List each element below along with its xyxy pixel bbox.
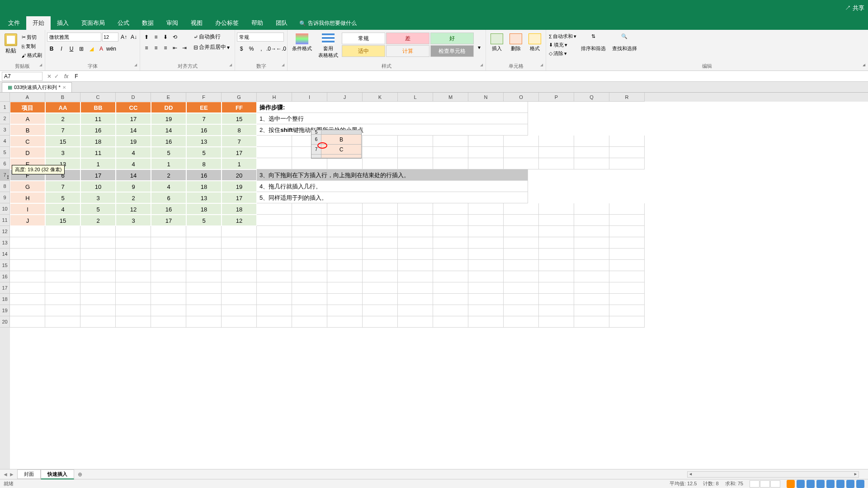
cell-C17[interactable]: [80, 282, 116, 294]
cell-E13[interactable]: [151, 237, 186, 249]
tab-layout[interactable]: 页面布局: [75, 16, 111, 30]
align-left-icon[interactable]: ≡: [142, 43, 151, 52]
cell-K14[interactable]: [363, 249, 398, 260]
cell-P17[interactable]: [539, 282, 574, 294]
cell-R5[interactable]: [609, 147, 645, 158]
cell-G12[interactable]: [222, 226, 257, 237]
paste-button[interactable]: 粘贴: [2, 33, 20, 56]
cell-E18[interactable]: [151, 294, 186, 305]
cell-C15[interactable]: [80, 260, 116, 271]
cell-E11[interactable]: 17: [151, 215, 186, 226]
cell-P19[interactable]: [539, 305, 574, 316]
cell-J13[interactable]: [327, 237, 363, 249]
dec-decimal-icon[interactable]: ←.0: [277, 44, 286, 53]
col-header-A[interactable]: A: [10, 93, 45, 102]
cell-G18[interactable]: [222, 294, 257, 305]
cell-H10[interactable]: [257, 203, 292, 215]
cell-I13[interactable]: [292, 237, 327, 249]
cell-F14[interactable]: [186, 249, 222, 260]
cell-B18[interactable]: [45, 294, 80, 305]
cell-E5[interactable]: 5: [151, 147, 186, 158]
cell-R10[interactable]: [609, 203, 645, 215]
cell-P14[interactable]: [539, 249, 574, 260]
phonetic-button[interactable]: wén: [107, 44, 116, 53]
cell-H17[interactable]: [257, 282, 292, 294]
cell-B1[interactable]: AA: [45, 102, 80, 113]
cell-C10[interactable]: 5: [80, 203, 116, 215]
tell-me-search[interactable]: 🔍 告诉我你想要做什么: [294, 17, 362, 30]
cell-I15[interactable]: [292, 260, 327, 271]
cell-C8[interactable]: 10: [80, 181, 116, 192]
shrink-font-icon[interactable]: A↓: [129, 33, 138, 42]
spreadsheet-grid[interactable]: ABCDEFGHIJKLMNOPQR 123456789101112131415…: [0, 93, 868, 469]
style-neutral[interactable]: 适中: [342, 45, 385, 57]
cell-R20[interactable]: [609, 316, 645, 328]
col-header-R[interactable]: R: [609, 93, 645, 102]
cell-R14[interactable]: [609, 249, 645, 260]
cell-N4[interactable]: [468, 136, 504, 147]
cell-L14[interactable]: [398, 249, 433, 260]
column-headers[interactable]: ABCDEFGHIJKLMNOPQR: [10, 93, 868, 102]
cell-A1[interactable]: 项目: [10, 102, 45, 113]
cell-G19[interactable]: [222, 305, 257, 316]
cell-C7[interactable]: 17: [80, 169, 116, 181]
row-header-12[interactable]: 12: [0, 226, 10, 237]
cell-D20[interactable]: [116, 316, 151, 328]
cell-I14[interactable]: [292, 249, 327, 260]
cell-C12[interactable]: [80, 226, 116, 237]
cell-C20[interactable]: [80, 316, 116, 328]
cell-C11[interactable]: 2: [80, 215, 116, 226]
cell-J6[interactable]: [327, 158, 363, 169]
cell-styles-gallery[interactable]: 常规 差 好 适中 计算 检查单元格: [342, 33, 474, 57]
cell-M11[interactable]: [433, 215, 468, 226]
cell-L18[interactable]: [398, 294, 433, 305]
cell-M16[interactable]: [433, 271, 468, 282]
cell-K20[interactable]: [363, 316, 398, 328]
row-header-15[interactable]: 15: [0, 260, 10, 271]
cell-G8[interactable]: 19: [222, 181, 257, 192]
border-button[interactable]: ⊞: [77, 44, 86, 53]
cell-L15[interactable]: [398, 260, 433, 271]
cell-G1[interactable]: FF: [222, 102, 257, 113]
col-header-G[interactable]: G: [222, 93, 257, 102]
cell-N15[interactable]: [468, 260, 504, 271]
cell-A19[interactable]: [10, 305, 45, 316]
align-center-icon[interactable]: ≡: [151, 43, 160, 52]
row-header-16[interactable]: 16: [0, 271, 10, 282]
cell-K10[interactable]: [363, 203, 398, 215]
cell-J17[interactable]: [327, 282, 363, 294]
tab-office[interactable]: 办公标签: [209, 16, 245, 30]
format-painter-button[interactable]: 格式刷: [21, 52, 43, 59]
cell-A2[interactable]: A: [10, 113, 45, 124]
cell-G6[interactable]: 1: [222, 158, 257, 169]
accept-formula-icon[interactable]: ✓: [54, 73, 59, 80]
cell-R13[interactable]: [609, 237, 645, 249]
cell-G3[interactable]: 8: [222, 124, 257, 136]
row-header-9[interactable]: 9: [0, 192, 10, 203]
tray-icon-1[interactable]: [787, 480, 795, 488]
cell-F1[interactable]: EE: [186, 102, 222, 113]
tray-icon-3[interactable]: [807, 480, 815, 488]
sheet-nav-next-icon[interactable]: ►: [9, 471, 14, 478]
cell-H9[interactable]: 5、同样适用于列的插入。: [257, 192, 528, 203]
cell-L17[interactable]: [398, 282, 433, 294]
cell-N13[interactable]: [468, 237, 504, 249]
fx-icon[interactable]: fx: [61, 73, 71, 80]
cell-C2[interactable]: 11: [80, 113, 116, 124]
align-right-icon[interactable]: ≡: [161, 43, 170, 52]
cell-Q13[interactable]: [574, 237, 609, 249]
cell-K18[interactable]: [363, 294, 398, 305]
tab-view[interactable]: 视图: [184, 16, 209, 30]
cell-R4[interactable]: [609, 136, 645, 147]
workbook-tab[interactable]: ▦ 033快速插入行和列 * ✕: [2, 82, 72, 92]
cell-F15[interactable]: [186, 260, 222, 271]
cell-H13[interactable]: [257, 237, 292, 249]
font-color-button[interactable]: A: [97, 44, 106, 53]
row-header-8[interactable]: 8: [0, 181, 10, 192]
cell-G15[interactable]: [222, 260, 257, 271]
cell-D14[interactable]: [116, 249, 151, 260]
cell-L13[interactable]: [398, 237, 433, 249]
cell-B14[interactable]: [45, 249, 80, 260]
cell-D19[interactable]: [116, 305, 151, 316]
cell-F4[interactable]: 13: [186, 136, 222, 147]
